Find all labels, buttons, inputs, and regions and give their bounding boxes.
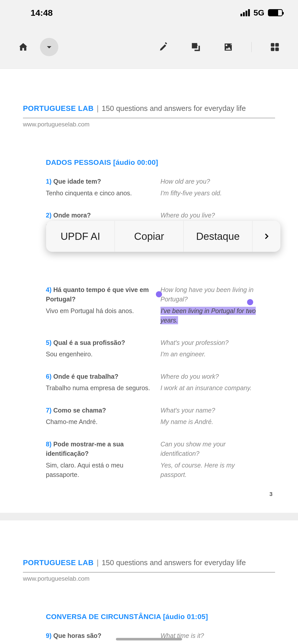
q-text: Pode mostrar-me a sua identificação?: [46, 441, 124, 457]
ea-text: It's a quarter past three.: [160, 642, 257, 644]
document-page: PORTUGUESE LAB | 150 questions and answe…: [0, 76, 298, 513]
eq-text: Where do you live?: [160, 211, 257, 220]
ea-text: I'm an engineer.: [160, 349, 257, 359]
q-text: Que horas são?: [53, 632, 101, 639]
section-title: CONVERSA DE CIRCUNSTÂNCIA [áudio 01:05]: [46, 613, 275, 621]
a-text: Chamo-me André.: [46, 417, 155, 427]
q-text: Qual é a sua profissão?: [53, 339, 125, 346]
status-right: 5G: [240, 8, 283, 18]
highlighter-button[interactable]: [154, 38, 173, 56]
q-text: Como se chama?: [53, 407, 106, 414]
doc-hr: [23, 572, 275, 573]
doc-header: PORTUGUESE LAB | 150 questions and answe…: [23, 104, 275, 113]
qa-row: 7) Como se chama? Chamo-me André. What's…: [46, 406, 275, 427]
a-text: Sou engenheiro.: [46, 349, 155, 359]
svg-rect-3: [275, 47, 279, 51]
eq-text: Where do you work?: [160, 372, 257, 382]
eq-text: Can you show me your identification?: [160, 440, 257, 459]
a-text: Trabalho numa empresa de seguros.: [46, 383, 155, 393]
qa-row: [46, 254, 275, 272]
ctx-highlight-button[interactable]: Destaque: [184, 221, 252, 252]
q-num: 6): [46, 373, 51, 380]
q-num: 4): [46, 286, 51, 293]
highlighter-icon: [158, 42, 169, 52]
q-text: Onde mora?: [53, 212, 91, 219]
svg-rect-2: [271, 47, 274, 51]
dropdown-button[interactable]: [40, 38, 58, 56]
doc-subtitle: 150 questions and answers for everyday l…: [102, 559, 246, 567]
context-menu: UPDF AI Copiar Destaque: [46, 221, 280, 252]
a-text: Vivo em Portugal há dois anos.: [46, 306, 155, 316]
qa-row: 5) Qual é a sua profissão? Sou engenheir…: [46, 338, 275, 359]
q-text: Onde é que trabalha?: [53, 373, 118, 380]
image-text-icon: [191, 42, 201, 52]
toolbar-divider: [251, 42, 252, 52]
q-text: Há quanto tempo é que vive em Portugal?: [46, 286, 149, 303]
qa-row: 9) Que horas são? São três e um quarto. …: [46, 631, 275, 644]
image-text-button[interactable]: [187, 38, 205, 56]
doc-hr: [23, 118, 275, 118]
signal-icon: [240, 9, 250, 16]
document-area[interactable]: PORTUGUESE LAB | 150 questions and answe…: [0, 69, 298, 644]
chevron-right-icon: [262, 232, 270, 240]
doc-subtitle: 150 questions and answers for everyday l…: [102, 104, 246, 113]
eq-text: What's your name?: [160, 406, 257, 415]
qa-row: 8) Pode mostrar-me a sua identificação? …: [46, 440, 275, 480]
home-button[interactable]: [14, 38, 32, 56]
page-number: 3: [269, 491, 273, 497]
battery-icon: [268, 9, 283, 16]
doc-url: www.portugueselab.com: [23, 575, 275, 582]
q-num: 2): [46, 212, 51, 219]
q-num: 7): [46, 407, 51, 414]
doc-brand: PORTUGUESE LAB: [23, 559, 94, 567]
ctx-more-button[interactable]: [252, 221, 280, 252]
doc-sep: |: [97, 559, 99, 567]
ea-text: I'm fifty-five years old.: [160, 188, 257, 198]
home-icon: [18, 42, 29, 52]
section-title: DADOS PESSOAIS [áudio 00:00]: [46, 158, 275, 167]
svg-rect-0: [271, 43, 274, 47]
toolbar: [0, 25, 298, 69]
eq-text: How old are you?: [160, 177, 257, 186]
doc-url: www.portugueselab.com: [23, 121, 275, 128]
ea-text: I work at an insurance company.: [160, 383, 257, 393]
chevron-down-icon: [44, 42, 55, 52]
document-page: PORTUGUESE LAB | 150 questions and answe…: [0, 520, 298, 644]
q-num: 1): [46, 178, 51, 185]
ea-text-highlighted[interactable]: I've been living in Portugal for two yea…: [160, 306, 257, 325]
ea-text: My name is André.: [160, 417, 257, 427]
a-text: Tenho cinquenta e cinco anos.: [46, 188, 155, 198]
qa-row: 4) Há quanto tempo é que vive em Portuga…: [46, 285, 275, 325]
sticker-button[interactable]: [219, 38, 237, 56]
q-num: 5): [46, 339, 51, 346]
q-text: Que idade tem?: [53, 178, 101, 185]
ctx-copy-button[interactable]: Copiar: [115, 221, 184, 252]
selection-handle-end[interactable]: [247, 299, 253, 305]
qa-row: 6) Onde é que trabalha? Trabalho numa em…: [46, 372, 275, 393]
a-text: São três e um quarto.: [46, 642, 155, 644]
doc-sep: |: [97, 104, 99, 113]
sticker-icon: [223, 42, 234, 52]
doc-brand: PORTUGUESE LAB: [23, 104, 94, 113]
page-gap: [0, 513, 298, 520]
a-text: Sim, claro. Aqui está o meu passaporte.: [46, 461, 155, 480]
eq-text: What's your profession?: [160, 338, 257, 348]
apps-icon: [269, 42, 280, 52]
q-num: 8): [46, 441, 51, 448]
eq-text: How long have you been living in Portuga…: [160, 285, 257, 304]
ctx-ai-button[interactable]: UPDF AI: [46, 221, 115, 252]
status-bar: 14:48 5G: [0, 0, 298, 25]
q-num: 9): [46, 632, 51, 639]
home-indicator[interactable]: [116, 638, 182, 640]
doc-header: PORTUGUESE LAB | 150 questions and answe…: [23, 559, 275, 567]
qa-row: 1) Que idade tem? Tenho cinquenta e cinc…: [46, 177, 275, 198]
selection-handle-start[interactable]: [156, 291, 162, 297]
network-type: 5G: [253, 8, 264, 18]
ea-text: Yes, of course. Here is my passport.: [160, 461, 257, 480]
status-time: 14:48: [31, 8, 53, 18]
apps-button[interactable]: [266, 38, 284, 56]
svg-rect-1: [275, 43, 279, 47]
